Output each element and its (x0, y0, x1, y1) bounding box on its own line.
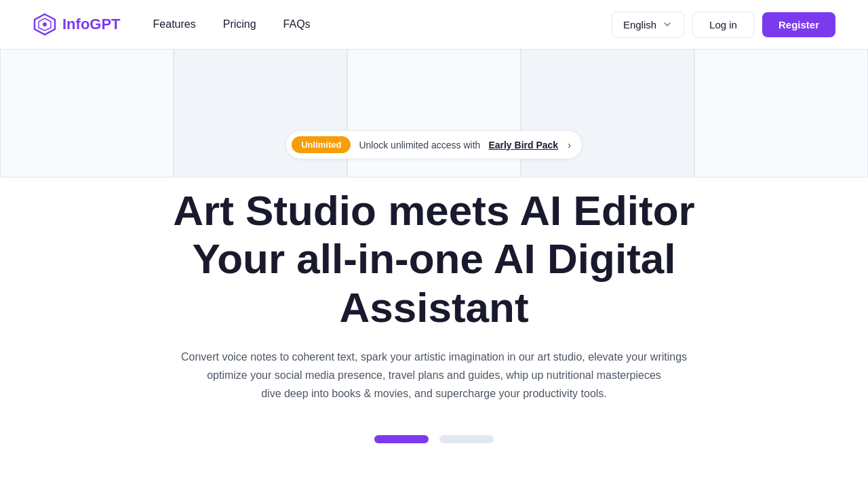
nav-item-pricing[interactable]: Pricing (223, 18, 256, 30)
navbar: InfoGPT Features Pricing FAQs English Lo… (0, 0, 868, 49)
logo[interactable]: InfoGPT (33, 12, 121, 37)
register-button[interactable]: Register (762, 12, 835, 37)
subtext-line1: Convert voice notes to coherent text, sp… (181, 351, 687, 363)
hero-heading-line1: Art Studio meets AI Editor (173, 187, 694, 234)
logo-icon (33, 12, 57, 37)
hero-subtext: Convert voice notes to coherent text, sp… (181, 348, 687, 403)
nav-item-features[interactable]: Features (153, 18, 196, 30)
hero-section: Unlimited Unlock unlimited access with E… (0, 49, 868, 488)
cta-secondary-indicator (439, 435, 494, 443)
cta-primary-indicator (374, 435, 429, 443)
promo-badge: Unlimited Unlock unlimited access with E… (285, 130, 583, 159)
unlimited-badge: Unlimited (292, 136, 351, 153)
promo-text: Unlock unlimited access with (359, 140, 480, 150)
subtext-line2: optimize your social media presence, tra… (207, 369, 661, 381)
cta-buttons-hint (374, 435, 494, 443)
nav-link-features[interactable]: Features (153, 18, 196, 30)
nav-left: InfoGPT Features Pricing FAQs (33, 12, 311, 37)
hero-heading: Art Studio meets AI Editor Your all-in-o… (173, 186, 694, 331)
logo-gpt: GPT (90, 16, 120, 33)
language-label: English (623, 19, 656, 30)
logo-text: InfoGPT (62, 16, 121, 33)
nav-item-faqs[interactable]: FAQs (283, 18, 311, 30)
arrow-icon: › (568, 140, 571, 150)
logo-info: Info (62, 16, 90, 33)
chevron-down-icon (662, 19, 673, 30)
nav-link-pricing[interactable]: Pricing (223, 18, 256, 30)
early-bird-link[interactable]: Early Bird Pack (488, 140, 558, 150)
nav-right: English Log in Register (612, 12, 835, 38)
nav-link-faqs[interactable]: FAQs (283, 18, 311, 30)
login-button[interactable]: Log in (692, 12, 754, 38)
hero-heading-line3: Assistant (339, 284, 528, 331)
hero-heading-line2: Your all-in-one AI Digital (193, 235, 676, 282)
svg-point-2 (43, 22, 47, 26)
language-selector[interactable]: English (612, 12, 684, 38)
nav-links: Features Pricing FAQs (153, 18, 311, 30)
subtext-line3: dive deep into books & movies, and super… (261, 388, 607, 399)
